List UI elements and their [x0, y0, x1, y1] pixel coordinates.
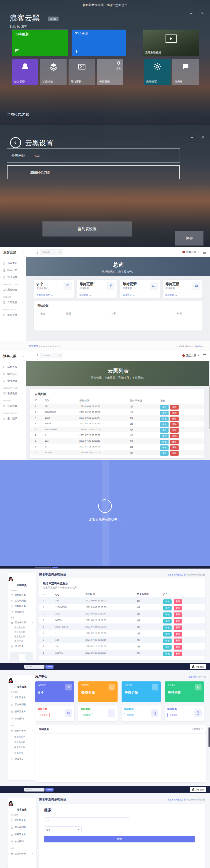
scrollbar[interactable]: [209, 361, 210, 460]
sidebar-item-logout[interactable]: 退出登录: [0, 415, 26, 422]
sidebar-item[interactable]: 黑名单列表: [7, 701, 36, 708]
scrollbar-thumb[interactable]: [209, 727, 210, 747]
edit-button[interactable]: 修改: [160, 411, 168, 415]
sidebar-item-cloud-settings[interactable]: 云黑设置: [0, 299, 26, 306]
edit-button[interactable]: 修改: [163, 645, 172, 650]
sidebar-item[interactable]: 后台首页: [0, 363, 26, 370]
delete-button[interactable]: 删除: [174, 613, 182, 617]
edit-button[interactable]: 修改: [163, 652, 172, 656]
sidebar-item[interactable]: 管理通知: [0, 377, 26, 384]
sidebar-item-system-settings[interactable]: 系统设置: [0, 390, 26, 397]
delete-button[interactable]: 删除: [170, 434, 179, 438]
tile-cloud-black-settings[interactable]: 云黑设置: [144, 59, 170, 85]
edit-button[interactable]: 修改: [160, 434, 168, 438]
delete-button[interactable]: 删除: [174, 652, 182, 656]
delete-button[interactable]: 删除: [174, 599, 182, 604]
edit-button[interactable]: 修改: [163, 625, 172, 630]
menu-toggle-icon[interactable]: [203, 251, 206, 254]
delete-button[interactable]: 删除: [174, 645, 182, 650]
menu-toggle-icon[interactable]: [203, 354, 206, 358]
edit-button[interactable]: 修改: [160, 416, 168, 421]
quick-card-button[interactable]: 等待更新: [81, 713, 93, 717]
delete-button[interactable]: 删除: [170, 405, 179, 409]
delete-button[interactable]: 删除: [174, 619, 182, 623]
sidebar-item[interactable]: 搜索黑名单: [7, 603, 36, 609]
delete-button[interactable]: 删除: [170, 416, 179, 421]
sidebar-sub-item[interactable]: 添加黑名单: [7, 625, 36, 630]
sidebar-item[interactable]: 版本日志: [0, 370, 26, 377]
edit-button[interactable]: 修改: [160, 422, 168, 427]
sidebar-item[interactable]: 管理通知: [0, 274, 26, 281]
edit-button[interactable]: 修改: [163, 639, 172, 643]
more-dots-icon[interactable]: [37, 355, 38, 356]
tile-tutorial-video[interactable]: 云黑教程视频: [143, 30, 199, 56]
delete-button[interactable]: 删除: [174, 632, 182, 637]
edit-button[interactable]: 修改: [160, 451, 168, 456]
brand[interactable]: 浪客云黑: [3, 354, 16, 359]
sidebar-sub-item[interactable]: 搜索黑名单: [7, 634, 36, 639]
stat-card-link[interactable]: 等待更新: [165, 294, 177, 297]
edit-button[interactable]: 修改: [163, 606, 172, 611]
tile-extensions[interactable]: 扩展功能: [40, 59, 67, 85]
search-input[interactable]: Search..: [40, 249, 63, 255]
edit-button[interactable]: 修改: [160, 428, 168, 433]
tile-wait-update-blue[interactable]: 等待更新: [72, 30, 126, 56]
sidebar-item-logout[interactable]: 退出登录: [7, 755, 36, 763]
sidebar-group-blacklist-manage[interactable]: 黑名单管理: [7, 850, 36, 857]
delete-button[interactable]: 删除: [170, 445, 179, 450]
sidebar-item-logout[interactable]: 退出登录: [7, 644, 36, 649]
sidebar-item[interactable]: 后台首页: [0, 260, 26, 267]
sidebar-item[interactable]: 修改密码: [7, 715, 36, 722]
edit-button[interactable]: 修改: [163, 613, 172, 617]
view-all-users-link[interactable]: 查看所有用户: [36, 294, 53, 297]
stat-card-link[interactable]: 等待更新: [123, 294, 135, 297]
tile-join-group-chat[interactable]: 加入群聊: [12, 59, 38, 85]
search-type-select[interactable]: QQ: [44, 826, 82, 832]
search-submit-button[interactable]: 搜索: [44, 836, 195, 842]
user-menu[interactable]: 浪客云黑: [182, 354, 199, 358]
stat-card-link[interactable]: 等待更新: [79, 294, 91, 297]
close-button[interactable]: ×: [202, 135, 204, 140]
delete-button[interactable]: 删除: [170, 451, 179, 456]
edit-button[interactable]: 修改: [163, 632, 172, 637]
tile-wait-update-green[interactable]: 等待更新: [12, 30, 68, 56]
sidebar-item[interactable]: 修改密码: [7, 609, 36, 615]
edit-button[interactable]: 修改: [160, 445, 168, 450]
sidebar-group-blacklist-manage[interactable]: 黑名单管理: [7, 727, 36, 734]
close-button[interactable]: ×: [201, 11, 204, 15]
minimize-button[interactable]: −: [190, 11, 192, 16]
user-menu[interactable]: 浪客云黑: [182, 250, 199, 254]
sidebar-sub-item[interactable]: 黑名单列表: [7, 630, 36, 634]
sidebar-item[interactable]: 添加黑名单: [7, 592, 36, 598]
delete-button[interactable]: 删除: [174, 639, 182, 643]
search-input[interactable]: Search..: [40, 353, 63, 359]
delete-button[interactable]: 删除: [174, 606, 182, 611]
sidebar-item[interactable]: 搜索黑名单: [7, 708, 36, 715]
sidebar-sub-item[interactable]: 搜索黑名单: [7, 745, 36, 750]
footer-brand-link[interactable]: 浪客云黑: [29, 345, 38, 348]
quick-card-button[interactable]: 等待更新: [124, 713, 136, 717]
tile-wait-update-card[interactable]: 等待更新: [69, 59, 95, 85]
sidebar-item[interactable]: 添加黑名单: [7, 817, 36, 824]
sidebar-group-blacklist-manage[interactable]: 黑名单管理: [7, 620, 36, 625]
qq-number-field[interactable]: 3589441785: [7, 165, 180, 179]
save-button[interactable]: 保存: [175, 231, 204, 246]
tile-chat-room[interactable]: 聊天室: [172, 59, 199, 85]
delete-button[interactable]: 删除: [170, 428, 179, 433]
delete-button[interactable]: 删除: [170, 411, 179, 415]
quick-card-button[interactable]: 等待更新: [167, 713, 179, 717]
edit-button[interactable]: 修改: [160, 405, 168, 409]
sidebar-sub-item[interactable]: 修改密码: [7, 750, 36, 755]
sidebar-item-logout[interactable]: 退出登录: [0, 311, 26, 318]
sidebar-item[interactable]: 黑名单列表: [7, 598, 36, 603]
sidebar-item[interactable]: 版本日志: [0, 267, 26, 274]
edit-button[interactable]: 修改: [160, 440, 168, 444]
scrollbar-thumb[interactable]: [209, 386, 210, 429]
quick-card-button[interactable]: 快速通道: [38, 713, 50, 717]
sidebar-sub-item[interactable]: 修改密码: [7, 639, 36, 644]
sidebar-sub-item[interactable]: 添加黑名单: [7, 734, 36, 740]
brand[interactable]: 浪客云黑: [3, 250, 16, 255]
sidebar-item-cloud-settings[interactable]: 云黑设置: [0, 403, 26, 409]
sidebar-sub-item[interactable]: 黑名单列表: [7, 740, 36, 745]
sidebar-item[interactable]: 黑名单列表: [7, 824, 36, 831]
